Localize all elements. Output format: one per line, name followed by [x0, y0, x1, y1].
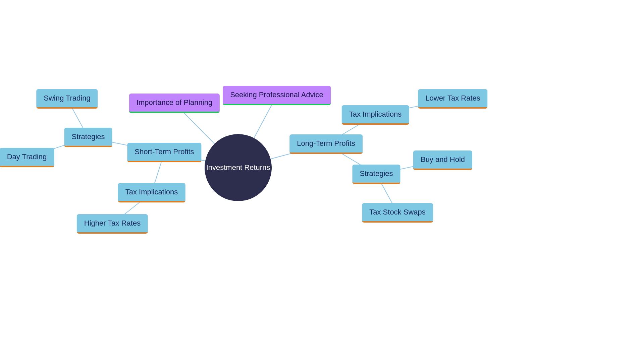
short-term-profits-node[interactable]: Short-Term Profits [127, 143, 201, 162]
connection-lines [0, 0, 644, 362]
seeking-professional-advice-node[interactable]: Seeking Professional Advice [223, 86, 331, 105]
day-trading-node[interactable]: Day Trading [0, 148, 54, 167]
lower-tax-rates-node[interactable]: Lower Tax Rates [418, 89, 487, 109]
tax-stock-swaps-node[interactable]: Tax Stock Swaps [362, 203, 433, 223]
mindmap-canvas: Investment ReturnsSeeking Professional A… [0, 0, 644, 362]
tax-implications-left-node[interactable]: Tax Implications [118, 183, 185, 202]
strategies-right-node[interactable]: Strategies [352, 165, 400, 184]
tax-implications-right-node[interactable]: Tax Implications [342, 105, 409, 125]
strategies-left-node[interactable]: Strategies [64, 128, 112, 147]
long-term-profits-node[interactable]: Long-Term Profits [289, 134, 363, 154]
importance-of-planning-node[interactable]: Importance of Planning [129, 94, 220, 113]
higher-tax-rates-node[interactable]: Higher Tax Rates [77, 214, 148, 234]
buy-and-hold-node[interactable]: Buy and Hold [413, 150, 472, 170]
center-node[interactable]: Investment Returns [205, 134, 272, 201]
swing-trading-node[interactable]: Swing Trading [36, 89, 98, 109]
